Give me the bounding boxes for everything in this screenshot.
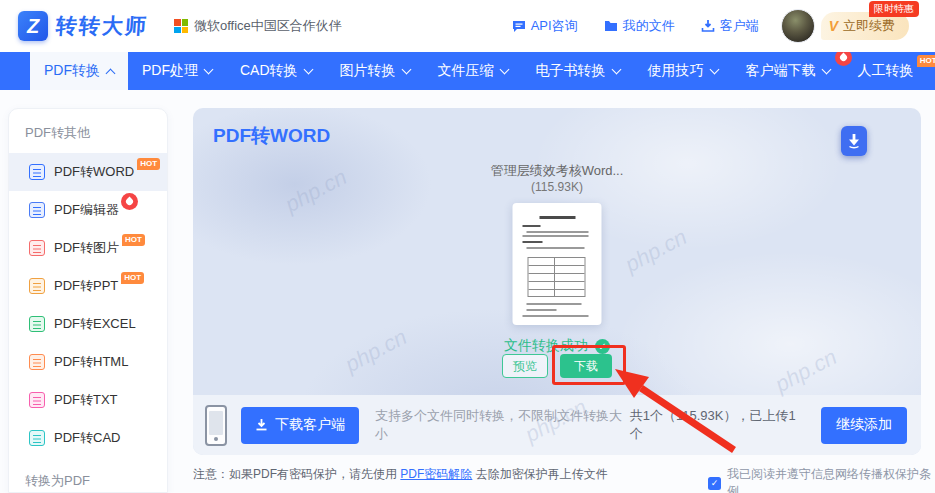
tab-pdf-convert[interactable]: PDF转换: [30, 52, 128, 90]
page-title: PDF转WORD: [213, 123, 330, 149]
header-links: API咨询 我的文件 客户端: [486, 17, 759, 35]
success-check-icon: [595, 339, 610, 354]
sidebar-item-label: PDF转PPT: [54, 277, 118, 295]
pdf-password-remove-link[interactable]: PDF密码解除: [400, 467, 472, 481]
hot-badge: HOT: [917, 55, 935, 67]
sidebar-item-pdf-editor[interactable]: PDF编辑器: [9, 191, 167, 229]
tab-cad-convert[interactable]: CAD转换: [226, 52, 326, 90]
fire-icon: [121, 193, 138, 210]
excel-doc-icon: [29, 316, 45, 332]
chevron-down-icon: [303, 64, 313, 74]
file-size: (115.93K): [193, 180, 921, 194]
action-buttons: 预览 下载: [193, 354, 921, 378]
sidebar: PDF转其他 PDF转WORD HOT PDF编辑器 PDF转图片 HOT PD…: [8, 108, 168, 493]
sidebar-item-label: PDF编辑器: [54, 201, 119, 219]
preview-button[interactable]: 预览: [502, 354, 548, 378]
sidebar-item-label: PDF转CAD: [54, 429, 120, 447]
word-doc-icon: [29, 164, 45, 180]
hot-badge: HOT: [121, 272, 144, 284]
quick-download-icon[interactable]: [841, 126, 867, 156]
tab-manual-convert[interactable]: 人工转换 HOT: [844, 52, 928, 90]
partner-text: 微软office中国区合作伙伴: [194, 17, 342, 35]
client-label: 客户端: [720, 17, 759, 35]
support-text: 支持多个文件同时转换，不限制文件转换大小: [375, 407, 630, 443]
thumb-title-line: [539, 216, 575, 219]
document-thumbnail[interactable]: [513, 203, 602, 325]
sidebar-item-pdf-to-txt[interactable]: PDF转TXT: [9, 381, 167, 419]
folder-icon: [604, 19, 618, 33]
microsoft-partner-badge: 微软office中国区合作伙伴: [174, 17, 342, 35]
tab-label: 文件压缩: [438, 62, 494, 80]
main-navbar: PDF转换 PDF处理 CAD转换 图片转换 文件压缩 电子书转换 使用技巧 客…: [0, 52, 935, 90]
my-files-label: 我的文件: [623, 17, 675, 35]
agreement-row: 我已阅读并遵守信息网络传播权保护条例: [708, 466, 935, 493]
agreement-checkbox[interactable]: [708, 477, 721, 490]
tab-label: 人工转换: [858, 62, 914, 80]
download-client-button[interactable]: 下载客户端: [241, 407, 359, 444]
convert-panel: PDF转WORD 管理层绩效考核Word... (115.93K) 文件转换成功…: [193, 108, 921, 455]
add-more-button[interactable]: 继续添加: [821, 407, 907, 444]
file-name: 管理层绩效考核Word...: [193, 162, 921, 180]
chevron-down-icon: [611, 64, 621, 74]
hot-badge: HOT: [122, 234, 145, 246]
password-note: 注意：如果PDF有密码保护，请先使用 PDF密码解除 去除加密保护再上传文件: [193, 466, 608, 483]
tab-client-download[interactable]: 客户端下载: [732, 52, 844, 90]
sidebar-item-label: PDF转TXT: [54, 391, 118, 409]
sidebar-item-label: PDF转EXCEL: [54, 315, 136, 333]
tab-label: CAD转换: [240, 62, 298, 80]
api-consult-link[interactable]: API咨询: [512, 17, 578, 35]
tab-image-convert[interactable]: 图片转换: [326, 52, 424, 90]
tab-pdf-process[interactable]: PDF处理: [128, 52, 226, 90]
download-button[interactable]: 下载: [560, 354, 612, 378]
tab-file-compress[interactable]: 文件压缩: [424, 52, 522, 90]
client-link[interactable]: 客户端: [701, 17, 759, 35]
sidebar-section-pdf-to-other: PDF转其他: [9, 109, 167, 153]
chevron-down-icon: [499, 64, 509, 74]
tab-label: 客户端下载: [746, 62, 816, 80]
promo-badge: 限时特惠: [869, 1, 919, 17]
user-avatar[interactable]: [781, 9, 815, 43]
tab-ebook-convert[interactable]: 电子书转换: [522, 52, 634, 90]
tab-label: PDF处理: [142, 62, 198, 80]
chevron-down-icon: [204, 64, 214, 74]
note-suffix: 去除加密保护再上传文件: [472, 467, 607, 481]
chevron-down-icon: [821, 64, 831, 74]
chat-icon: [512, 19, 526, 33]
renew-button[interactable]: V 立即续费 限时特惠: [821, 12, 909, 40]
tab-label: PDF转换: [44, 62, 100, 80]
tab-tips[interactable]: 使用技巧: [634, 52, 732, 90]
download-client-label: 下载客户端: [275, 416, 345, 434]
logo-text: 转转大师: [55, 12, 149, 40]
hot-badge: HOT: [137, 158, 160, 170]
tab-label: 使用技巧: [648, 62, 704, 80]
sidebar-item-pdf-to-image[interactable]: PDF转图片 HOT: [9, 229, 167, 267]
txt-doc-icon: [29, 392, 45, 408]
sidebar-item-label: PDF转WORD: [54, 163, 134, 181]
my-files-link[interactable]: 我的文件: [604, 17, 675, 35]
image-doc-icon: [29, 240, 45, 256]
agreement-text: 我已阅读并遵守信息网络传播权保护条例: [727, 466, 935, 493]
site-logo[interactable]: Z 转转大师: [18, 11, 148, 41]
ppt-doc-icon: [29, 278, 45, 294]
sidebar-item-pdf-to-word[interactable]: PDF转WORD HOT: [9, 153, 167, 191]
sidebar-item-pdf-to-ppt[interactable]: PDF转PPT HOT: [9, 267, 167, 305]
html-doc-icon: [29, 354, 45, 370]
logo-z-icon: Z: [18, 11, 48, 41]
phone-icon: [205, 405, 227, 446]
download-icon: [701, 19, 715, 33]
upload-count-text: 共1个（115.93K），已上传1个: [630, 407, 805, 443]
sidebar-item-pdf-to-html[interactable]: PDF转HTML: [9, 343, 167, 381]
chevron-up-icon: [106, 68, 116, 78]
top-header: Z 转转大师 微软office中国区合作伙伴 API咨询 我的文件 客户端 V …: [0, 0, 935, 52]
sidebar-item-label: PDF转HTML: [54, 353, 128, 371]
sidebar-section-to-pdf: 转换为PDF: [9, 457, 167, 493]
editor-icon: [29, 202, 45, 218]
sidebar-item-pdf-to-cad[interactable]: PDF转CAD: [9, 419, 167, 457]
microsoft-logo-icon: [174, 19, 188, 33]
panel-footer: 下载客户端 支持多个文件同时转换，不限制文件转换大小 共1个（115.93K），…: [193, 395, 921, 455]
cad-doc-icon: [29, 430, 45, 446]
thumb-table: [528, 257, 586, 297]
watermark: php.cn: [621, 224, 692, 278]
api-consult-label: API咨询: [531, 17, 578, 35]
sidebar-item-pdf-to-excel[interactable]: PDF转EXCEL: [9, 305, 167, 343]
